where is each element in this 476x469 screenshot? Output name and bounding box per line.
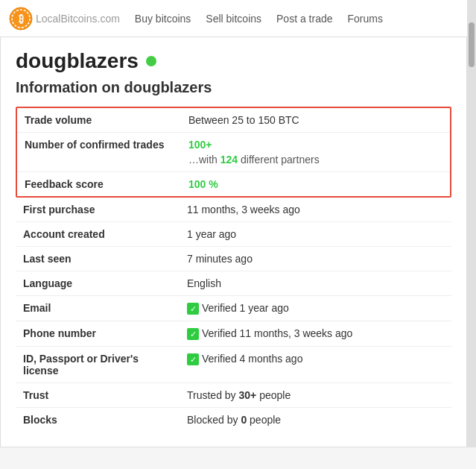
highlight-box: Trade volume Between 25 to 150 BTC Numbe… <box>16 107 451 198</box>
table-row: Trade volume Between 25 to 150 BTC <box>17 108 450 133</box>
table-row: First purchase 11 months, 3 weeks ago <box>16 198 451 222</box>
section-title: Information on dougblazers <box>16 79 451 96</box>
phone-verified-icon: ✓ <box>187 328 199 340</box>
value-phone: ✓Verified 11 months, 3 weeks ago <box>180 321 451 347</box>
nav-post-trade[interactable]: Post a trade <box>276 13 333 25</box>
feedback-score-value: 100 % <box>188 178 218 190</box>
partners-text: …with 124 different partners <box>188 154 442 166</box>
value-account-created: 1 year ago <box>180 222 451 247</box>
value-feedback-score: 100 % <box>181 172 450 197</box>
confirmed-trades-value: 100+ <box>188 139 212 151</box>
logo-icon: ₿ <box>9 7 33 31</box>
username: dougblazers <box>16 49 139 73</box>
label-feedback-score: Feedback score <box>17 172 181 197</box>
label-confirmed-trades: Number of confirmed trades <box>17 133 181 172</box>
value-language: English <box>180 271 451 296</box>
label-blocks: Blocks <box>16 408 180 432</box>
logo-text: LocalBitcoins.com <box>36 10 120 26</box>
logo[interactable]: ₿ LocalBitcoins.com <box>9 7 120 31</box>
label-last-seen: Last seen <box>16 247 180 271</box>
value-trade-volume: Between 25 to 150 BTC <box>181 108 450 133</box>
info-table: First purchase 11 months, 3 weeks ago Ac… <box>16 198 451 432</box>
label-id: ID, Passport or Driver'slicense <box>16 347 180 383</box>
value-confirmed-trades: 100+ …with 124 different partners <box>181 133 450 172</box>
navbar: ₿ LocalBitcoins.com Buy bitcoins Sell bi… <box>0 0 467 37</box>
value-first-purchase: 11 months, 3 weeks ago <box>180 198 451 222</box>
label-trust: Trust <box>16 383 180 408</box>
nav-links: Buy bitcoins Sell bitcoins Post a trade … <box>135 13 458 25</box>
blocks-count: 0 <box>241 414 247 426</box>
table-row: ID, Passport or Driver'slicense ✓Verifie… <box>16 347 451 383</box>
label-language: Language <box>16 271 180 296</box>
value-blocks: Blocked by 0 people <box>180 408 451 432</box>
table-row: Email ✓Verified 1 year ago <box>16 296 451 321</box>
nav-sell-bitcoins[interactable]: Sell bitcoins <box>206 13 261 25</box>
label-first-purchase: First purchase <box>16 198 180 222</box>
table-row: Number of confirmed trades 100+ …with 12… <box>17 133 450 172</box>
online-indicator <box>146 56 156 66</box>
scrollbar-track[interactable] <box>467 0 476 447</box>
scrollbar-thumb[interactable] <box>469 22 475 67</box>
label-email: Email <box>16 296 180 321</box>
username-row: dougblazers <box>16 49 451 73</box>
value-id: ✓Verified 4 months ago <box>180 347 451 383</box>
table-row: Last seen 7 minutes ago <box>16 247 451 271</box>
label-account-created: Account created <box>16 222 180 247</box>
id-verified-icon: ✓ <box>187 353 199 365</box>
table-row: Language English <box>16 271 451 296</box>
trust-count: 30+ <box>239 389 257 401</box>
table-row: Feedback score 100 % <box>17 172 450 197</box>
label-trade-volume: Trade volume <box>17 108 181 133</box>
nav-buy-bitcoins[interactable]: Buy bitcoins <box>135 13 191 25</box>
main-content: dougblazers Information on dougblazers T… <box>0 37 467 447</box>
value-trust: Trusted by 30+ people <box>180 383 451 408</box>
nav-forums[interactable]: Forums <box>348 13 383 25</box>
partners-count: 124 <box>220 154 238 166</box>
value-email: ✓Verified 1 year ago <box>180 296 451 321</box>
table-row: Trust Trusted by 30+ people <box>16 383 451 408</box>
label-phone: Phone number <box>16 321 180 347</box>
email-verified-icon: ✓ <box>187 303 199 315</box>
value-last-seen: 7 minutes ago <box>180 247 451 271</box>
svg-text:₿: ₿ <box>19 13 24 25</box>
table-row: Phone number ✓Verified 11 months, 3 week… <box>16 321 451 347</box>
table-row: Blocks Blocked by 0 people <box>16 408 451 432</box>
highlight-table: Trade volume Between 25 to 150 BTC Numbe… <box>17 108 450 196</box>
table-row: Account created 1 year ago <box>16 222 451 247</box>
